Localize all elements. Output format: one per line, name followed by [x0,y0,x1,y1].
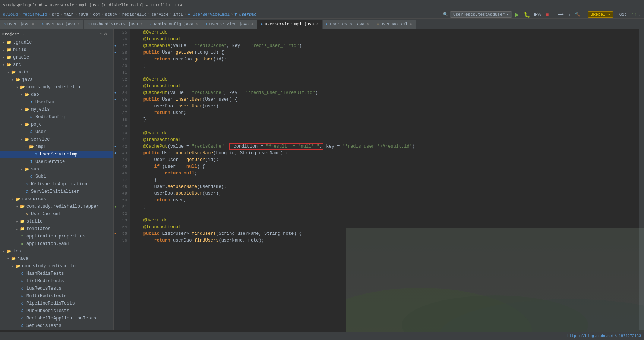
tree-item[interactable]: 📂 java [0,76,113,84]
breadcrumb-com[interactable]: com [93,12,100,17]
breadcrumb-src[interactable]: src [52,12,59,17]
tree-item[interactable]: C SetRedisTests [0,322,113,330]
line-48: 48 [114,183,130,190]
tree-item[interactable]: C LuaRedisTests [0,285,113,292]
folder-icon-resources: 📂 [15,196,21,202]
tree-item[interactable]: 📂 src [0,61,113,69]
tree-item[interactable]: C PubSubRedisTests [0,307,113,315]
tab-close-redisconfig[interactable]: × [196,22,198,26]
tree-item[interactable]: 📂 myjedis [0,106,113,113]
breadcrumb-study[interactable]: study [105,12,117,17]
tree-item[interactable]: C RedisConfig [0,113,113,121]
tree-item[interactable]: 📂 main [0,69,113,76]
tree-item[interactable]: 📂 sub [0,166,113,173]
tree-item[interactable]: 📂 resources [0,195,113,203]
tree-item-service[interactable]: 📂 service [0,136,113,143]
main-layout: Project ▾ ⇅ ⚙ − 📁 .gradle 📁 build 📁 grad… [0,29,644,330]
tree-item[interactable]: I UserDao [0,98,113,106]
tab-userserviceimpl[interactable]: C UserServiceImpl.java × [257,20,322,29]
tab-usertests[interactable]: C UserTests.java × [323,20,373,29]
tab-close-usertests[interactable]: × [367,22,369,26]
code-line-53: @Override [133,217,639,224]
build-button[interactable]: 🔨 [574,11,582,18]
tab-close-userdao-xml[interactable]: × [410,22,412,26]
breadcrumb-redishello[interactable]: redishello [22,12,47,17]
tab-close-userserviceimpl[interactable]: × [316,22,319,26]
tab-userdao-xml[interactable]: X UserDao.xml × [373,20,416,29]
tab-close-hashredis[interactable]: × [140,22,142,26]
tree-item[interactable]: 📂 pojo [0,121,113,128]
breadcrumb-userdao[interactable]: f userDao [234,12,256,17]
tab-close-userdao[interactable]: × [78,22,80,26]
tree-item[interactable]: 📂 impl [0,143,113,151]
tree-item[interactable]: 📂 com.study.redishello [0,262,113,270]
tab-userdao-java[interactable]: C UserDao.java × [38,20,83,29]
tab-hashredistests[interactable]: C HashRedisTests.java × [84,20,146,29]
tab-redisconfig[interactable]: C RedisConfig.java × [146,20,202,29]
line-46: 46 [114,170,130,177]
line-31: 31 [114,69,130,76]
breadcrumb-service[interactable]: service [151,12,168,17]
arrow-resources [10,197,15,201]
tree-item[interactable]: ≡ application.properties [0,233,113,240]
line-54: 54 [114,224,130,230]
tree-item-userserviceimpl[interactable]: C UserServiceImpl [0,151,113,158]
step-into-button[interactable]: ↓ [567,12,572,18]
tree-item[interactable]: 📁 static [0,218,113,225]
tree-item[interactable]: C HashRedisTests [0,270,113,277]
tree-item[interactable]: 📂 dao [0,91,113,98]
right-scrollbar[interactable] [639,29,644,330]
icon-user-tree: C [28,129,34,135]
tree-item[interactable]: C ServletInitializer [0,188,113,195]
tab-label-userservice: UserService.java [209,22,249,26]
tree-item[interactable]: C RedishelloApplicationTests [0,315,113,322]
tree-item[interactable]: C ListRedisTests [0,277,113,285]
tree-item[interactable]: C RedishelloApplication [0,180,113,188]
breadcrumb-userserviceimpl[interactable]: ● UserServiceImpl [188,12,230,17]
debug-button[interactable]: 🐛 [522,11,531,18]
breadcrumb-java[interactable]: java [78,12,88,17]
tab-close-userservice[interactable]: × [251,22,253,26]
step-over-button[interactable]: ⟶ [556,11,565,18]
tree-item[interactable]: C PipelineRedisTests [0,300,113,307]
code-line-29: return userDao.getUser(id); [133,56,639,63]
tree-item[interactable]: 📂 com.study.redishello [0,84,113,91]
sidebar-close-icon[interactable]: − [108,32,111,37]
tab-user-java[interactable]: C User.java × [0,20,38,29]
sidebar-title: Project ▾ [2,32,100,37]
jrebel-badge[interactable]: JRebel ▾ [588,11,613,18]
tree-item[interactable]: 📁 .gradle [0,39,113,46]
git-label: Git: [619,12,629,17]
folder-icon-templates: 📁 [19,226,25,232]
run-button[interactable]: ▶ [514,11,521,18]
tab-userservice[interactable]: I UserService.java × [202,20,258,29]
code-editor[interactable]: @Override @Transactional @Cacheable(valu… [130,29,639,330]
tree-item[interactable]: 📂 java [0,255,113,262]
sidebar-expand-icon[interactable]: ⇅ [100,31,102,37]
breadcrumb-impl[interactable]: impl [173,12,183,17]
tree-item[interactable]: 📁 gradle [0,54,113,61]
tree-item[interactable]: 📂 test [0,248,113,255]
tree-item[interactable]: I UserService [0,158,113,166]
run-config-selector[interactable]: UserTests.testAddUser ▾ [450,11,512,18]
breadcrumb-main[interactable]: main [64,12,73,17]
tree-item[interactable]: ≡ application.yaml [0,240,113,248]
tree-item[interactable]: 📂 com.study.redishello.mapper [0,203,113,210]
folder-icon-java: 📂 [15,77,21,83]
stop-button[interactable]: ■ [544,11,550,18]
breadcrumb-redishello2[interactable]: redishello [122,12,146,17]
line-44: 44 [114,157,130,163]
sidebar-settings-icon[interactable]: ⚙ [104,31,107,37]
run-with-coverage-button[interactable]: ▶% [533,11,543,18]
icon-userdao-tree: I [28,99,34,105]
tree-item[interactable]: 📁 templates [0,225,113,233]
tree-item[interactable]: X UserDao.xml [0,210,113,218]
tree-item[interactable]: C Sub1 [0,173,113,180]
tree-item[interactable]: C MultiRedisTests [0,292,113,300]
tab-close-user[interactable]: × [32,22,34,26]
code-line-26: @Transactional [133,36,639,42]
breadcrumb-gcloud[interactable]: gCloud [3,12,18,17]
code-line-32: @Override [133,76,639,83]
tree-item[interactable]: 📁 build [0,46,113,54]
tree-item[interactable]: C User [0,128,113,136]
